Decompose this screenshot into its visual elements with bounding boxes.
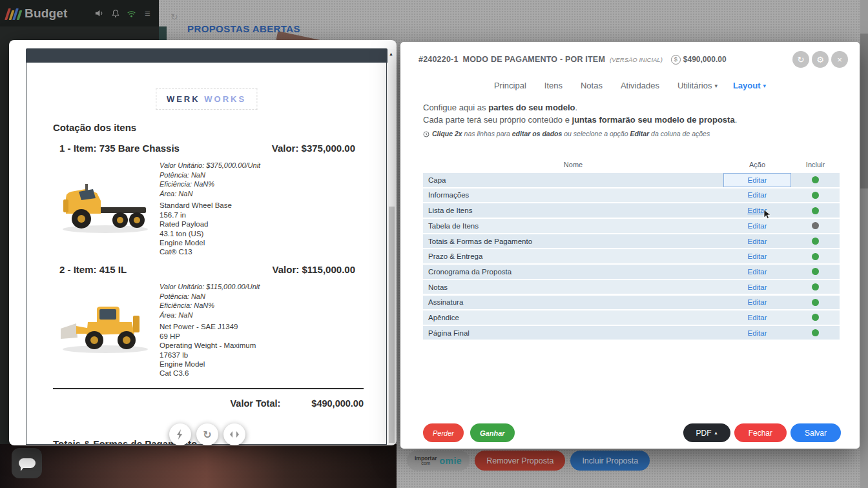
refresh-icon[interactable]: ↻: [170, 12, 178, 22]
modal-tab[interactable]: Utilitários ▾: [677, 81, 718, 90]
include-dot[interactable]: [812, 268, 819, 275]
bell-icon[interactable]: [110, 8, 120, 18]
include-dot[interactable]: [812, 299, 819, 306]
row-action-cell: Editar: [723, 265, 791, 279]
edit-link[interactable]: Editar: [747, 314, 767, 321]
modal-tab[interactable]: Atividades: [621, 81, 662, 90]
close-icon: ×: [837, 55, 842, 65]
row-name: Assinatura: [423, 296, 723, 310]
page-scrollbar[interactable]: [860, 0, 868, 488]
edit-link[interactable]: Editar: [747, 176, 767, 184]
expand-horizontal-icon: [229, 431, 240, 438]
row-name: Cronograma da Proposta: [423, 265, 723, 279]
include-dot[interactable]: [812, 192, 819, 199]
modal-tabs: Principal Itens Notas Atividades: [400, 81, 860, 90]
include-dot[interactable]: [812, 207, 819, 214]
edit-link[interactable]: Editar: [747, 238, 767, 245]
layout-description: Configue aqui as partes do seu modelo. C…: [423, 101, 737, 140]
preview-scrollbar-thumb[interactable]: [389, 207, 395, 443]
table-row[interactable]: Totais & Formas de Pagamento Editar: [423, 234, 840, 249]
include-dot[interactable]: [812, 253, 819, 260]
table-row[interactable]: Capa Editar: [423, 173, 840, 187]
table-row[interactable]: Tabela de Itens Editar: [423, 219, 840, 233]
quick-action-refresh-button[interactable]: ↻: [196, 423, 218, 445]
modal-close-button[interactable]: ×: [831, 51, 848, 68]
pdf-dropdown-button[interactable]: PDF ▴: [683, 423, 730, 442]
table-row[interactable]: Cronograma da Proposta Editar: [423, 265, 840, 279]
row-action-cell: Editar: [723, 188, 791, 203]
chat-widget-button[interactable]: [12, 448, 42, 478]
item-1-title: 1 - Item: 735 Bare Chassis: [59, 143, 180, 154]
modal-tab[interactable]: Principal: [494, 81, 529, 90]
edit-link[interactable]: Editar: [747, 252, 767, 260]
row-include-cell: [791, 280, 840, 294]
table-row[interactable]: Apêndice Editar: [423, 310, 840, 325]
brand-name: Budget: [25, 6, 68, 21]
scroll-up-icon[interactable]: ▲: [389, 52, 393, 56]
include-dot[interactable]: [812, 314, 819, 321]
edit-link[interactable]: Editar: [747, 329, 767, 337]
include-dot[interactable]: [812, 222, 819, 229]
row-include-cell: [791, 265, 840, 279]
tab-label: Atividades: [621, 81, 659, 90]
gear-icon: ⚙: [816, 55, 824, 65]
tab-label: Itens: [544, 81, 563, 90]
row-include-cell: [791, 296, 840, 310]
lose-button[interactable]: Perder: [423, 423, 464, 442]
edit-link[interactable]: Editar: [747, 191, 767, 199]
total-value: $490,000.00: [311, 398, 364, 409]
row-name: Apêndice: [423, 310, 723, 325]
modal-footer: Perder Ganhar PDF ▴ Fechar Salvar: [423, 423, 841, 442]
include-dot[interactable]: [812, 238, 819, 245]
quick-action-expand-button[interactable]: [223, 423, 245, 445]
row-action-cell: Editar: [723, 296, 791, 310]
app-header: Budget ≡: [0, 0, 159, 26]
win-button[interactable]: Ganhar: [470, 423, 515, 442]
modal-tab[interactable]: Layout ▾: [733, 81, 766, 90]
version-label: (VERSÃO INICIAL): [610, 56, 663, 63]
table-row[interactable]: Informações Editar: [423, 188, 840, 203]
payment-mode-modal: #240220-1 MODO DE PAGAMENTO - POR ITEM (…: [400, 42, 860, 449]
background-action-bar: Importar com omie Remover Proposta Inclu…: [407, 451, 650, 471]
wifi-icon[interactable]: [127, 8, 136, 18]
import-omie-button[interactable]: Importar com omie: [407, 451, 470, 471]
include-dot[interactable]: [812, 329, 819, 336]
menu-icon[interactable]: ≡: [143, 8, 152, 18]
page-title: PROPOSTAS ABERTAS: [187, 23, 300, 34]
modal-tab[interactable]: Itens: [544, 81, 565, 90]
remove-proposal-button[interactable]: Remover Proposta: [475, 451, 565, 471]
edit-link[interactable]: Editar: [747, 298, 767, 306]
clock-icon: [423, 131, 429, 137]
include-dot[interactable]: [812, 176, 819, 183]
volume-icon[interactable]: [94, 8, 104, 18]
edit-link[interactable]: Editar: [747, 268, 767, 276]
row-action-cell: Editar: [723, 249, 791, 263]
quick-action-bolt-button[interactable]: [169, 423, 191, 445]
table-row[interactable]: Lista de Itens Editar: [423, 203, 840, 218]
table-row[interactable]: Assinatura Editar: [423, 296, 840, 310]
chat-bubble-icon: [19, 458, 36, 468]
preview-toolbar: [26, 48, 388, 63]
table-row[interactable]: Página Final Editar: [423, 326, 840, 340]
preview-scrollbar[interactable]: ▲: [388, 49, 395, 444]
include-proposal-button[interactable]: Incluir Proposta: [570, 451, 650, 471]
row-action-cell: Editar: [723, 173, 791, 187]
edit-link[interactable]: Editar: [747, 222, 767, 230]
row-action-cell: Editar: [723, 326, 791, 340]
modal-tab[interactable]: Notas: [581, 81, 605, 90]
item-1-header: 1 - Item: 735 Bare Chassis Valor: $375,0…: [59, 143, 355, 154]
caret-down-icon: ▾: [763, 83, 767, 89]
save-button[interactable]: Salvar: [790, 423, 841, 442]
include-dot[interactable]: [812, 283, 819, 290]
page-scrollbar-thumb[interactable]: [860, 34, 868, 188]
tab-label: Utilitários: [677, 81, 712, 90]
tab-label: Principal: [494, 81, 526, 90]
row-name: Página Final: [423, 326, 723, 340]
close-modal-button[interactable]: Fechar: [734, 423, 787, 442]
table-row[interactable]: Prazo & Entrega Editar: [423, 249, 840, 263]
tab-label: Layout: [733, 81, 761, 90]
table-row[interactable]: Notas Editar: [423, 280, 840, 294]
modal-settings-button[interactable]: ⚙: [812, 51, 829, 68]
edit-link[interactable]: Editar: [747, 283, 767, 291]
modal-sync-button[interactable]: ↻: [792, 51, 809, 68]
